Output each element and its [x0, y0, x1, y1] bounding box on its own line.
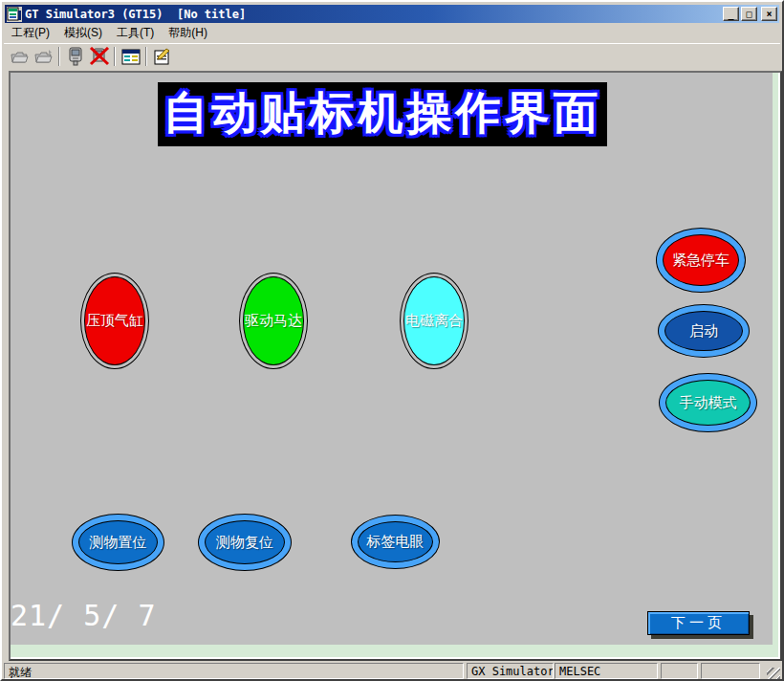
- app-icon[interactable]: [7, 7, 22, 22]
- indicator-label: 电磁离合: [401, 274, 468, 368]
- gt-simulator-window: GT Simulator3 (GT15) [No title] _ □ × 工程…: [0, 0, 784, 681]
- resize-grip[interactable]: [767, 668, 780, 681]
- toolbar-separator: [145, 47, 147, 66]
- maximize-button[interactable]: □: [741, 7, 757, 21]
- menu-bar: 工程(P) 模拟(S) 工具(T) 帮助(H): [4, 24, 780, 42]
- device-monitor-icon[interactable]: [119, 45, 142, 68]
- indicator-press-cylinder[interactable]: 压顶气缸: [80, 273, 149, 369]
- button-label: 测物复位: [199, 515, 291, 570]
- screen-title-banner: 自动贴标机操作界面: [158, 82, 607, 146]
- indicator-drive-motor[interactable]: 驱动马达: [239, 273, 308, 369]
- status-message: 就绪: [4, 663, 464, 679]
- status-panel-empty: [701, 663, 760, 679]
- status-bar: 就绪 GX Simulator2 MELSEC: [4, 661, 780, 681]
- title-bar: GT Simulator3 (GT15) [No title] _ □ ×: [5, 5, 779, 23]
- simulator-viewport: 自动贴标机操作界面 压顶气缸 驱动马达 电磁离合 紧急停车: [11, 73, 780, 659]
- start-simulation-icon[interactable]: [63, 45, 87, 68]
- status-panel-gx-simulator: GX Simulator2: [467, 663, 554, 679]
- menu-item-help[interactable]: 帮助(H): [162, 23, 214, 43]
- option-settings-icon[interactable]: [150, 45, 174, 68]
- status-panel-melsec: MELSEC: [555, 663, 658, 679]
- label-sensor-button[interactable]: 标签电眼: [351, 515, 440, 569]
- indicator-magnetic-clutch[interactable]: 电磁离合: [400, 273, 468, 369]
- minimize-button[interactable]: _: [723, 7, 739, 21]
- open-recent-icon[interactable]: [32, 45, 55, 68]
- menu-item-project[interactable]: 工程(P): [5, 23, 56, 43]
- next-page-button[interactable]: 下一页: [647, 611, 750, 635]
- start-button[interactable]: 启动: [658, 304, 750, 358]
- indicator-label: 压顶气缸: [81, 274, 148, 368]
- window-title: GT Simulator3 (GT15) [No title]: [25, 8, 719, 21]
- gt-screen: 自动贴标机操作界面 压顶气缸 驱动马达 电磁离合 紧急停车: [11, 73, 773, 645]
- emergency-stop-button[interactable]: 紧急停车: [656, 228, 746, 293]
- stop-simulation-icon[interactable]: [87, 45, 111, 68]
- button-label: 启动: [659, 305, 749, 357]
- button-label: 手动模式: [660, 374, 756, 431]
- toolbar: [4, 43, 780, 69]
- object-set-button[interactable]: 测物置位: [72, 514, 164, 571]
- menu-item-tools[interactable]: 工具(T): [110, 23, 161, 43]
- status-panel-empty: [661, 663, 698, 679]
- manual-mode-button[interactable]: 手动模式: [659, 373, 757, 432]
- button-label: 测物置位: [73, 515, 163, 570]
- open-project-icon[interactable]: [8, 45, 32, 68]
- toolbar-separator: [58, 47, 60, 66]
- toolbar-separator: [114, 47, 116, 66]
- indicator-label: 驱动马达: [240, 274, 307, 368]
- menu-item-simulate[interactable]: 模拟(S): [57, 23, 109, 43]
- button-label: 标签电眼: [352, 516, 439, 568]
- close-button[interactable]: ×: [761, 7, 777, 21]
- window-controls: _ □ ×: [723, 7, 777, 21]
- date-display: 21/ 5/ 7: [11, 599, 157, 632]
- button-label: 紧急停车: [657, 229, 745, 292]
- object-reset-button[interactable]: 测物复位: [198, 514, 292, 571]
- simulator-client-frame: 自动贴标机操作界面 压顶气缸 驱动马达 电磁离合 紧急停车: [9, 71, 782, 661]
